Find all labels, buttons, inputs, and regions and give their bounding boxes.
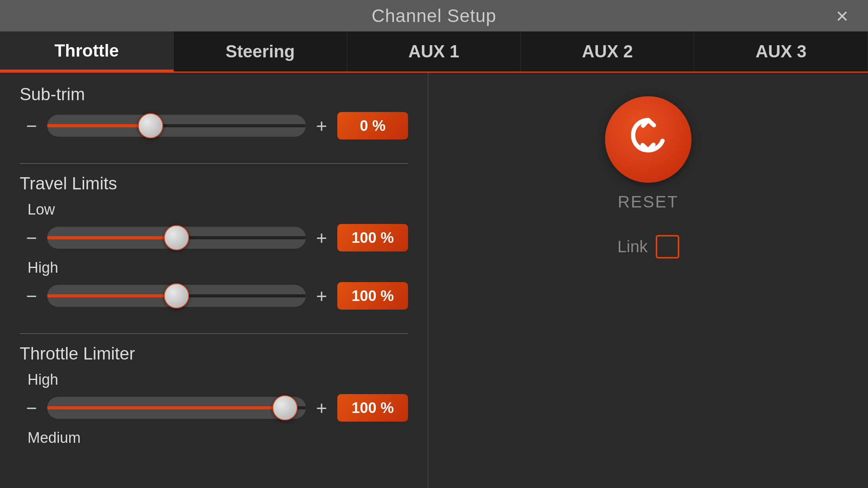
travel-high-slider-thumb[interactable] xyxy=(164,283,189,308)
subtrim-minus-button[interactable]: − xyxy=(24,115,39,137)
travel-limits-title: Travel Limits xyxy=(20,174,408,193)
limiter-high-minus-button[interactable]: − xyxy=(24,397,39,419)
limiter-high-slider-thumb[interactable] xyxy=(272,395,298,420)
link-checkbox[interactable] xyxy=(656,235,679,259)
limiter-high-title: High xyxy=(20,371,408,388)
reset-label: RESET xyxy=(618,193,679,211)
link-label: Link xyxy=(617,237,647,256)
travel-low-minus-button[interactable]: − xyxy=(24,227,39,249)
travel-low-slider-track[interactable] xyxy=(47,227,306,249)
tab-aux1[interactable]: AUX 1 xyxy=(347,31,521,72)
subtrim-slider-thumb[interactable] xyxy=(138,113,163,138)
subtrim-title: Sub-trim xyxy=(20,84,408,104)
subtrim-slider-row: − + 0 % xyxy=(20,112,408,139)
subtrim-plus-button[interactable]: + xyxy=(314,115,329,137)
tab-throttle[interactable]: Throttle xyxy=(0,31,174,72)
page-title: Channel Setup xyxy=(371,5,496,26)
tab-aux3[interactable]: AUX 3 xyxy=(694,31,868,72)
reset-button[interactable] xyxy=(605,96,691,183)
limiter-high-slider-track[interactable] xyxy=(47,397,306,419)
travel-low-title: Low xyxy=(20,201,408,218)
travel-high-plus-button[interactable]: + xyxy=(314,285,329,307)
travel-high-slider-row: − + 100 % xyxy=(20,282,408,310)
tab-aux2[interactable]: AUX 2 xyxy=(521,31,695,72)
travel-high-minus-button[interactable]: − xyxy=(24,285,39,307)
right-panel: RESET Link xyxy=(428,73,868,488)
throttle-limiter-title: Throttle Limiter xyxy=(20,344,408,363)
subtrim-slider-track[interactable] xyxy=(47,115,306,137)
limiter-high-value-badge[interactable]: 100 % xyxy=(337,394,408,422)
travel-low-plus-button[interactable]: + xyxy=(314,227,329,249)
subtrim-value-badge[interactable]: 0 % xyxy=(337,112,408,139)
limiter-high-slider-row: − + 100 % xyxy=(20,394,408,422)
travel-low-value-badge[interactable]: 100 % xyxy=(337,224,408,251)
close-button[interactable]: × xyxy=(836,5,848,26)
travel-low-slider-thumb[interactable] xyxy=(164,225,189,250)
travel-high-value-badge[interactable]: 100 % xyxy=(337,282,408,310)
throttle-limiter-section: Throttle Limiter High − + 100 % Medium xyxy=(20,344,408,456)
travel-limits-section: Travel Limits Low − + 100 % High − xyxy=(20,174,408,325)
travel-low-slider-row: − + 100 % xyxy=(20,224,408,251)
reset-icon xyxy=(627,114,670,166)
travel-high-slider-track[interactable] xyxy=(47,285,306,307)
left-panel: Sub-trim − + 0 % Travel Limits Low − xyxy=(0,73,428,488)
limiter-high-plus-button[interactable]: + xyxy=(314,397,329,419)
subtrim-section: Sub-trim − + 0 % xyxy=(20,84,408,155)
title-bar: Channel Setup × xyxy=(0,0,868,31)
tab-steering[interactable]: Steering xyxy=(174,31,348,72)
travel-high-title: High xyxy=(20,259,408,276)
tab-bar: Throttle Steering AUX 1 AUX 2 AUX 3 xyxy=(0,31,868,73)
limiter-medium-title: Medium xyxy=(20,429,408,446)
link-row: Link xyxy=(617,235,679,259)
main-content: Sub-trim − + 0 % Travel Limits Low − xyxy=(0,73,868,488)
